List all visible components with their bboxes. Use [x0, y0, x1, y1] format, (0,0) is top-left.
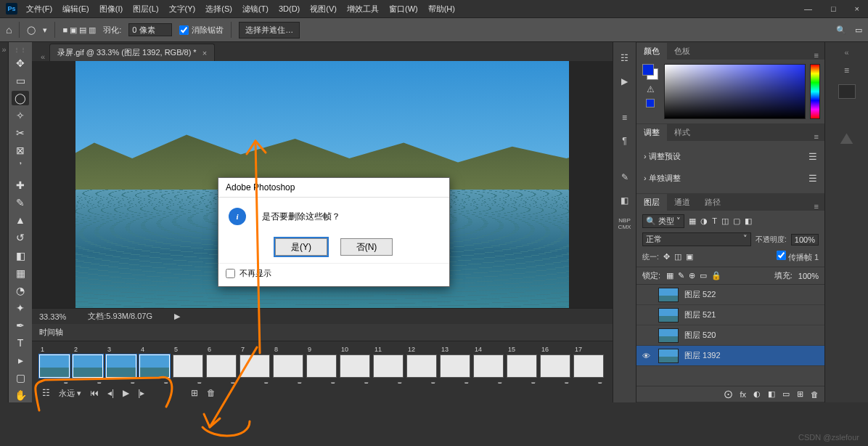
- timeline-frame[interactable]: 14.•.▾: [473, 346, 504, 384]
- color-panel-menu-icon[interactable]: ≡: [808, 51, 824, 60]
- selection-mode-icons[interactable]: ■ ▣ ▤ ▥: [62, 25, 96, 35]
- next-frame-icon[interactable]: |▸: [138, 388, 144, 398]
- timeline-frame[interactable]: 12.•.▾: [406, 346, 437, 384]
- menu-item[interactable]: 编辑(E): [62, 4, 89, 15]
- pen-tool[interactable]: ✒: [12, 318, 29, 333]
- layer-row[interactable]: 图层 520: [636, 325, 824, 346]
- feather-input[interactable]: [128, 23, 172, 36]
- menu-item[interactable]: 增效工具: [347, 4, 379, 15]
- collapse-icon[interactable]: «: [36, 52, 49, 61]
- opacity-value[interactable]: 100%: [791, 234, 819, 246]
- libraries-folder-icon[interactable]: [838, 84, 856, 99]
- layer-row[interactable]: 图层 522: [636, 285, 824, 305]
- healing-tool[interactable]: ✚: [12, 178, 29, 192]
- menu-item[interactable]: 3D(D): [279, 4, 300, 13]
- timeline-frame[interactable]: 9.•.▾: [306, 346, 337, 384]
- timeline-frame[interactable]: 2.•.▾: [73, 346, 103, 384]
- clone-panel-icon[interactable]: ◧: [618, 193, 632, 208]
- unify-icons[interactable]: ✥◫▣: [663, 252, 693, 261]
- layer-footer-icon[interactable]: ◐: [753, 389, 761, 399]
- doc-size[interactable]: 文档:5.93M/8.07G: [88, 311, 152, 322]
- zoom-level[interactable]: 33.33%: [39, 312, 66, 321]
- gradient-tool[interactable]: ▦: [12, 266, 29, 280]
- nbp-plugin-icon[interactable]: NBP CMX: [618, 216, 632, 231]
- hand-tool[interactable]: ✋: [12, 388, 29, 402]
- timeline-frame[interactable]: 7.•.▾: [239, 346, 270, 384]
- fg-bg-swatch[interactable]: [642, 64, 658, 80]
- fill-value[interactable]: 100%: [798, 272, 819, 280]
- menu-item[interactable]: 视图(V): [310, 4, 337, 15]
- char-panel-icon[interactable]: ≡: [618, 110, 632, 125]
- document-tab-close-icon[interactable]: ×: [202, 49, 207, 57]
- layer-footer-icon[interactable]: ▭: [782, 389, 790, 399]
- history-panel-icon[interactable]: ☷: [618, 51, 632, 65]
- blend-mode-select[interactable]: 正常 ˅: [642, 232, 751, 246]
- color-tab[interactable]: 颜色: [636, 43, 667, 60]
- layer-filter-icons[interactable]: ▦◑T◫▢◧: [689, 216, 752, 226]
- far-panel-menu-icon[interactable]: ≡: [844, 65, 849, 76]
- timeline-frame[interactable]: 10.•.▾: [340, 346, 370, 384]
- timeline-frame[interactable]: 1.•.▾: [39, 346, 70, 384]
- libraries-icon[interactable]: [839, 131, 855, 144]
- styles-tab[interactable]: 样式: [667, 124, 697, 141]
- channels-tab[interactable]: 通道: [667, 194, 697, 211]
- gamut-warning-icon[interactable]: ⚠: [647, 84, 655, 94]
- timeline-frames[interactable]: 1.•.▾2.•.▾3.•.▾4.•.▾5.•.▾6.•.▾7.•.▾8.•.▾…: [32, 341, 613, 384]
- rectangle-tool[interactable]: ▢: [12, 370, 29, 385]
- menu-item[interactable]: 文字(Y): [169, 4, 196, 15]
- close-button[interactable]: ×: [852, 4, 862, 13]
- layer-filter-kind[interactable]: 🔍 类型 ˅: [642, 214, 684, 228]
- minimize-button[interactable]: —: [801, 4, 815, 13]
- canvas-area[interactable]: Adobe Photoshop i 是否要删除这些帧？ 是(Y) 否(N) 不再…: [32, 61, 613, 308]
- delete-frame-icon[interactable]: 🗑: [207, 388, 216, 398]
- tool-caret-icon[interactable]: ▾: [43, 25, 47, 35]
- hue-slider[interactable]: [810, 64, 820, 119]
- layer-footer-icon[interactable]: ⨀: [724, 389, 732, 399]
- current-color-swatch[interactable]: [646, 99, 655, 108]
- layers-panel-menu-icon[interactable]: ≡: [808, 202, 824, 211]
- adj-single-row[interactable]: 单独调整☰: [636, 167, 824, 189]
- frame-tool[interactable]: ⊠: [12, 143, 29, 158]
- menu-item[interactable]: 滤镜(T): [242, 4, 269, 15]
- lasso-tool[interactable]: ◯: [12, 91, 29, 105]
- first-frame-icon[interactable]: ⏮: [90, 388, 99, 398]
- timeline-frame[interactable]: 17.•.▾: [573, 346, 604, 384]
- layer-row[interactable]: 图层 521: [636, 305, 824, 325]
- menu-item[interactable]: 文件(F): [26, 4, 52, 15]
- status-arrow-icon[interactable]: ▶: [174, 312, 180, 321]
- antialias-checkbox[interactable]: 消除锯齿: [179, 25, 224, 36]
- lasso-tool-icon[interactable]: ◯: [27, 25, 36, 35]
- workspace-icon[interactable]: ▭: [855, 25, 862, 35]
- prev-frame-icon[interactable]: ◂|: [107, 388, 114, 398]
- color-field[interactable]: [664, 64, 806, 119]
- collapse-far-icon[interactable]: «: [844, 48, 848, 57]
- timeline-frame[interactable]: 5.•.▾: [173, 346, 203, 384]
- dialog-yes-button[interactable]: 是(Y): [275, 238, 327, 256]
- timeline-frame[interactable]: 6.•.▾: [206, 346, 237, 384]
- maximize-button[interactable]: □: [828, 4, 839, 13]
- document-tab[interactable]: 录屏.gif @ 33.3% (图层 1392, RGB/8) * ×: [49, 44, 215, 61]
- layer-footer-icon[interactable]: ◧: [768, 389, 775, 399]
- eyedropper-tool[interactable]: 𝄒: [12, 161, 29, 175]
- magic-wand-tool[interactable]: ✧: [12, 108, 29, 123]
- loop-select[interactable]: 永远 ▾: [59, 388, 81, 399]
- path-select-tool[interactable]: ▸: [12, 353, 29, 368]
- para-panel-icon[interactable]: ¶: [618, 134, 632, 148]
- toolbox-grip-icon[interactable]: ⋮⋮: [14, 46, 27, 53]
- expand-icon[interactable]: »: [0, 42, 8, 54]
- layer-row[interactable]: 👁图层 1392: [636, 346, 824, 366]
- timeline-frame[interactable]: 15.•.▾: [507, 346, 537, 384]
- dialog-no-button[interactable]: 否(N): [340, 238, 393, 256]
- duplicate-frame-icon[interactable]: ⊞: [191, 388, 198, 398]
- timeline-frame[interactable]: 4.•.▾: [139, 346, 170, 384]
- marquee-tool[interactable]: ▭: [12, 73, 29, 88]
- type-tool[interactable]: T: [12, 336, 29, 350]
- dodge-tool[interactable]: ✦: [12, 301, 29, 315]
- propagate-checkbox[interactable]: 传播帧 1: [777, 251, 819, 263]
- search-icon[interactable]: 🔍: [836, 25, 846, 35]
- blur-tool[interactable]: ◔: [12, 283, 29, 298]
- lock-icons[interactable]: ▦✎⊕▭🔒: [666, 271, 721, 280]
- play-icon[interactable]: ▶: [123, 388, 129, 398]
- adj-presets-row[interactable]: 调整预设☰: [636, 145, 824, 167]
- timeline-frame[interactable]: 11.•.▾: [373, 346, 404, 384]
